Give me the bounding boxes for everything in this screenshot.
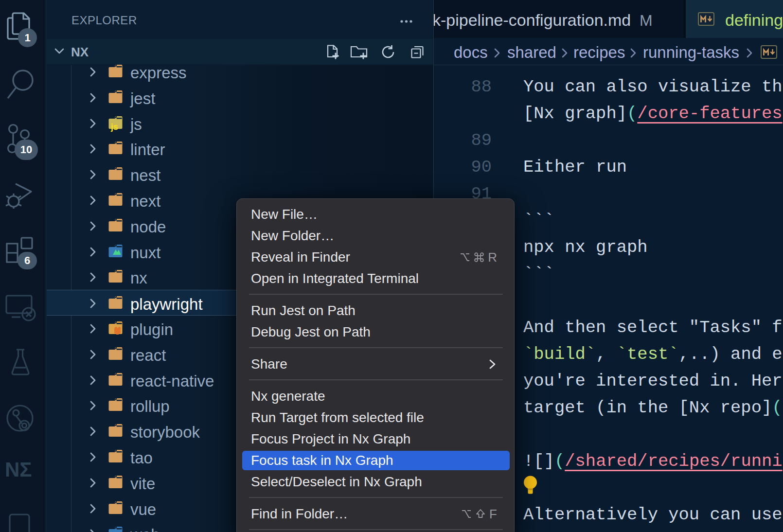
svg-text:js: js	[110, 122, 118, 132]
